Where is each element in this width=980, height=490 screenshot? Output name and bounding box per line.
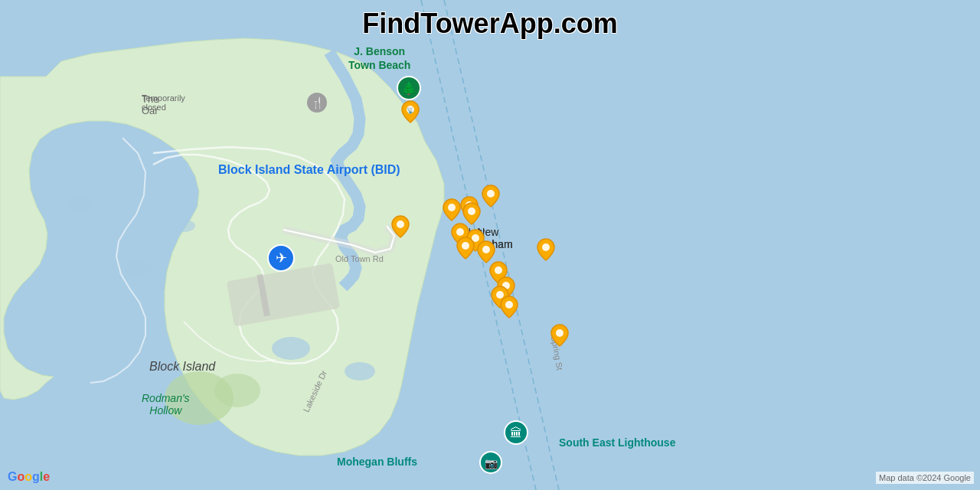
google-o2: o (24, 470, 32, 483)
svg-text:🏛: 🏛 (510, 426, 522, 439)
map-container: FindTowerApp.com Block Island State Airp… (0, 0, 980, 490)
svg-point-24 (487, 190, 495, 198)
svg-point-27 (468, 207, 475, 215)
tower-pin-16[interactable] (550, 323, 570, 351)
tower-pin-1[interactable]: 📡 (400, 100, 420, 127)
block-island-label: Block Island (149, 360, 215, 374)
svg-text:🍴: 🍴 (311, 96, 325, 109)
google-g: G (8, 470, 17, 483)
svg-point-37 (505, 301, 513, 309)
airport-pin[interactable]: ✈ (266, 243, 296, 276)
svg-point-8 (172, 220, 195, 232)
svg-point-11 (214, 374, 260, 407)
tower-pin-11[interactable] (536, 237, 556, 265)
svg-point-38 (556, 329, 564, 337)
google-o1: o (17, 470, 24, 483)
svg-text:✈: ✈ (276, 250, 287, 266)
map-attribution: Map data ©2024 Google (876, 472, 974, 484)
google-logo: Google (8, 470, 50, 484)
svg-point-26 (448, 204, 456, 211)
svg-point-31 (462, 242, 469, 250)
svg-point-33 (542, 243, 550, 251)
tower-pin-4[interactable] (442, 198, 462, 225)
svg-text:📷: 📷 (485, 457, 498, 470)
tower-pin-6[interactable] (390, 214, 410, 242)
google-g2: g (32, 470, 40, 483)
rodmans-hollow-label: Rodman'sHollow (142, 392, 190, 416)
old-town-rd-label: Old Town Rd (335, 254, 384, 263)
camera-pin[interactable]: 📷 (479, 450, 503, 478)
svg-point-7 (124, 260, 152, 276)
page-title: FindTowerApp.com (362, 8, 617, 40)
svg-point-6 (345, 362, 375, 381)
google-e: e (43, 470, 50, 483)
svg-point-29 (456, 228, 464, 236)
svg-point-32 (482, 246, 490, 253)
lighthouse-pin[interactable]: 🏛 (503, 420, 529, 449)
svg-point-9 (67, 198, 94, 213)
tower-pin-2[interactable] (481, 184, 501, 211)
tower-pin-15[interactable] (499, 295, 519, 322)
restaurant-icon[interactable]: 🍴 (306, 92, 328, 116)
svg-point-34 (495, 266, 502, 274)
svg-point-28 (397, 220, 404, 228)
svg-text:📡: 📡 (407, 106, 414, 114)
southeast-lighthouse-label: South East Lighthouse (559, 436, 675, 449)
svg-text:🌲: 🌲 (401, 81, 416, 96)
tower-pin-9[interactable] (456, 236, 475, 263)
mohegan-bluffs-label: Mohegan Bluffs (337, 456, 417, 468)
svg-point-5 (272, 337, 310, 360)
